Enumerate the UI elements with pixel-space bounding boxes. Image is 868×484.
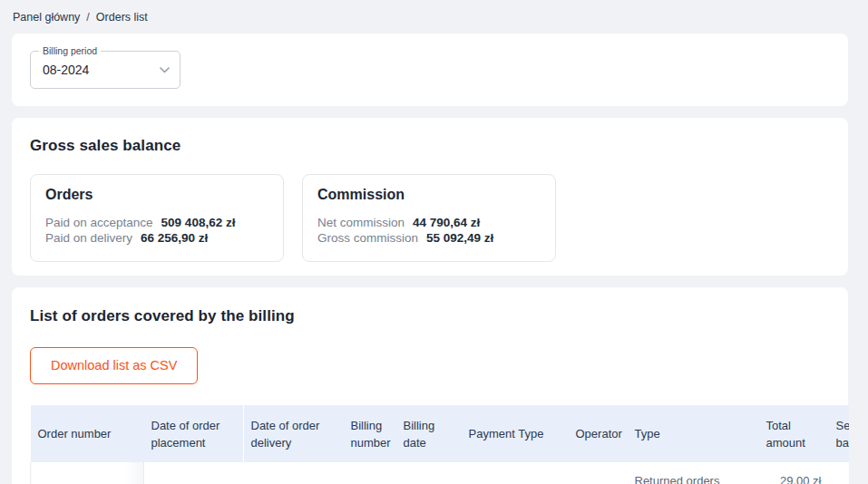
column-operator: Operator xyxy=(569,405,628,462)
cell-order-number xyxy=(31,462,144,484)
paid-on-delivery-value: 66 256,90 zł xyxy=(141,230,208,246)
cell-date-of-order-placement xyxy=(144,462,244,484)
gross-commission-label: Gross commission xyxy=(317,230,418,246)
breadcrumb-item-orders-list: Orders list xyxy=(96,11,148,24)
paid-on-acceptance-row: Paid on acceptance 509 408,62 zł xyxy=(45,215,268,230)
billing-period-select-value: 08-2024 xyxy=(31,52,180,88)
orders-list-card: List of orders covered by the billing Do… xyxy=(12,287,848,484)
column-date-of-order-delivery: Date of order delivery xyxy=(244,405,344,462)
cell-billing-date xyxy=(396,462,462,484)
chevron-down-icon xyxy=(160,67,170,73)
column-type: Type xyxy=(628,405,759,462)
paid-on-acceptance-value: 509 408,62 zł xyxy=(161,215,236,230)
billing-period-select[interactable]: Billing period 08-2024 xyxy=(30,51,180,89)
net-commission-label: Net commission xyxy=(317,215,405,230)
billing-period-select-label: Billing period xyxy=(39,45,101,56)
gross-commission-value: 55 092,49 zł xyxy=(426,230,493,246)
column-billing-date: Billing date xyxy=(396,405,462,462)
commission-summary-title: Commission xyxy=(317,187,541,203)
cell-date-of-order-delivery xyxy=(244,462,344,484)
breadcrumb-item-home[interactable]: Panel główny xyxy=(13,11,80,24)
cell-type: Returned orders xyxy=(628,462,759,484)
orders-summary-title: Orders xyxy=(45,187,268,203)
cell-billing-number xyxy=(344,462,396,484)
table-row[interactable]: Returned orders 29,00 zł xyxy=(31,462,849,484)
column-order-number: Order number xyxy=(31,405,144,462)
breadcrumb-separator: / xyxy=(86,11,89,24)
net-commission-row: Net commission 44 790,64 zł xyxy=(317,215,541,230)
gross-commission-row: Gross commission 55 092,49 zł xyxy=(317,230,541,246)
cell-operator xyxy=(569,462,628,484)
column-payment-type: Payment Type xyxy=(462,405,569,462)
orders-list-title: List of orders covered by the billing xyxy=(30,307,830,325)
column-billing-number: Billing number xyxy=(344,405,396,462)
column-total-amount: Total amount xyxy=(759,405,829,462)
orders-table: Order number Date of order placement Dat… xyxy=(30,405,849,484)
table-header-row: Order number Date of order placement Dat… xyxy=(31,405,849,462)
balance-boxes: Orders Paid on acceptance 509 408,62 zł … xyxy=(30,174,830,262)
cell-settlement-basis xyxy=(829,462,849,484)
column-date-of-order-placement: Date of order placement xyxy=(144,405,244,462)
orders-summary-card: Orders Paid on acceptance 509 408,62 zł … xyxy=(30,174,284,262)
gross-sales-balance-card: Gross sales balance Orders Paid on accep… xyxy=(12,118,848,276)
net-commission-value: 44 790,64 zł xyxy=(413,215,480,230)
gross-sales-balance-title: Gross sales balance xyxy=(30,137,830,155)
download-csv-button[interactable]: Download list as CSV xyxy=(30,347,198,384)
commission-summary-card: Commission Net commission 44 790,64 zł G… xyxy=(302,174,556,262)
column-settlement-basis: Settlement basis xyxy=(829,405,849,462)
paid-on-acceptance-label: Paid on acceptance xyxy=(45,215,153,230)
cell-payment-type xyxy=(462,462,569,484)
billing-period-card: Billing period 08-2024 xyxy=(12,34,848,106)
paid-on-delivery-row: Paid on delivery 66 256,90 zł xyxy=(45,230,268,246)
paid-on-delivery-label: Paid on delivery xyxy=(45,230,132,246)
breadcrumb: Panel główny / Orders list xyxy=(0,0,868,34)
cell-total-amount: 29,00 zł xyxy=(759,462,829,484)
